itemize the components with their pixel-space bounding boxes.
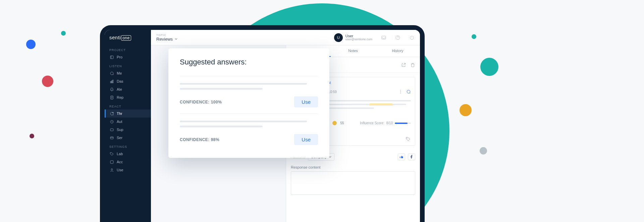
comment-icon[interactable] [406, 89, 411, 94]
help-icon[interactable] [395, 35, 400, 40]
answer-text-placeholder [180, 126, 263, 127]
facebook-action-button[interactable] [408, 153, 415, 160]
nav-section-label: PROJECT [105, 45, 151, 53]
user-icon [109, 168, 114, 172]
nav-item-alert[interactable]: Ale [105, 85, 151, 93]
nav-item-label: Pro [117, 55, 122, 59]
reaction-laugh-icon [332, 121, 337, 125]
tag-icon[interactable] [406, 136, 411, 142]
project-icon [109, 55, 114, 59]
svg-point-10 [111, 169, 112, 170]
nav-item-label[interactable]: Lab [105, 150, 151, 158]
confidence-label: CONFIDENCE: 100% [180, 100, 222, 104]
nav-item-threads[interactable]: Thr [105, 109, 151, 118]
text-placeholder-line [319, 104, 406, 105]
highlight-segment [369, 103, 393, 105]
account-icon [109, 160, 114, 164]
nav-item-account[interactable]: Acc [105, 158, 151, 166]
auto-icon [109, 119, 114, 124]
report-icon [109, 95, 114, 100]
brand-logo: sentione [105, 35, 151, 45]
nav-item-label: Me [117, 71, 122, 75]
chevron-down-icon [175, 38, 177, 40]
use-answer-button[interactable]: Use [294, 96, 318, 107]
user-avatar: U [334, 33, 343, 42]
bg-dot-yellow [460, 104, 472, 116]
svg-rect-7 [110, 129, 113, 131]
answer-text-placeholder [180, 83, 307, 85]
nav-item-user[interactable]: Use [105, 166, 151, 174]
alert-icon [109, 87, 114, 92]
influence-bar [395, 123, 411, 124]
nav-item-ser[interactable]: Ser [105, 134, 151, 142]
nav-item-label: Das [117, 79, 123, 83]
nav-item-label: Lab [117, 152, 123, 156]
topic-label: TOPIC [156, 34, 177, 37]
use-answer-button[interactable]: Use [294, 134, 318, 145]
brand-part1: senti [109, 35, 121, 40]
svg-rect-0 [110, 56, 113, 59]
suggested-answer-item: CONFIDENCE: 98%Use [180, 114, 318, 151]
bg-dot-teal-l [480, 58, 498, 76]
text-placeholder-line [319, 100, 411, 101]
svg-point-12 [400, 90, 400, 90]
main-area: TOPIC Reviews U User user@sentione.com [151, 30, 420, 222]
nav-section-label: SETTINGS [105, 142, 151, 150]
trash-icon[interactable] [410, 62, 415, 68]
mentions-icon [109, 71, 114, 76]
influence-score: Influence Score: 8/10 [360, 121, 411, 125]
svg-rect-9 [110, 161, 113, 164]
nav-item-sup[interactable]: Sup [105, 126, 151, 134]
tab-notes[interactable]: Notes [331, 45, 375, 57]
nav-item-label: Sup [117, 128, 123, 132]
bg-dot-teal-s [61, 31, 66, 36]
inbox-icon[interactable] [381, 35, 386, 40]
answer-text-placeholder [180, 121, 307, 122]
user-block[interactable]: U User user@sentione.com [334, 33, 372, 42]
svg-point-5 [112, 112, 113, 113]
bg-dot-red [42, 76, 53, 87]
suggested-answer-item: CONFIDENCE: 100%Use [180, 76, 318, 114]
svg-rect-1 [110, 81, 111, 83]
bg-dot-blue [26, 40, 36, 49]
nav-item-project[interactable]: Pro [105, 53, 151, 61]
tab-history[interactable]: History [375, 45, 420, 57]
device-frame: sentione PROJECTProLISTENMeDasAleRepREAC… [100, 25, 425, 222]
svg-rect-3 [112, 80, 113, 83]
nav-item-label: Aut [117, 120, 122, 124]
response-textarea[interactable] [291, 171, 415, 195]
external-link-icon[interactable] [401, 62, 406, 68]
dashboard-icon [109, 79, 114, 84]
power-icon[interactable] [409, 35, 415, 40]
bg-dot-grey [480, 147, 487, 154]
reaction-laugh-count: 55 [340, 121, 344, 125]
nav-item-label: Ale [117, 87, 122, 91]
sup-icon [109, 127, 114, 132]
topic-selector[interactable]: TOPIC Reviews [156, 34, 177, 42]
brand-part2: one [121, 35, 131, 41]
svg-point-14 [400, 93, 400, 93]
nav-section-label: LISTEN [105, 61, 151, 69]
nav-item-label: Rep [117, 95, 123, 99]
nav-item-label: Ser [117, 136, 122, 140]
more-vertical-icon[interactable] [398, 89, 403, 94]
topic-value: Reviews [156, 37, 177, 42]
svg-point-16 [407, 138, 407, 138]
bg-dot-purple [30, 134, 34, 138]
response-label: Response content [291, 165, 415, 169]
label-icon [109, 151, 114, 156]
nav-item-dashboard[interactable]: Das [105, 77, 151, 85]
confidence-label: CONFIDENCE: 98% [180, 137, 219, 142]
nav-item-auto[interactable]: Aut [105, 118, 151, 126]
nav-section-label: REACT [105, 101, 151, 109]
answer-text-placeholder [180, 88, 263, 90]
svg-point-13 [400, 91, 400, 92]
post-time: 10:59 [328, 90, 337, 94]
nav-item-label: Thr [117, 112, 122, 116]
like-action-button[interactable] [398, 153, 405, 160]
sidebar: sentione PROJECTProLISTENMeDasAleRepREAC… [105, 30, 151, 222]
nav-item-report[interactable]: Rep [105, 93, 151, 101]
bg-dot-teal-m [472, 34, 476, 39]
modal-title: Suggested answers: [180, 58, 318, 66]
nav-item-mentions[interactable]: Me [105, 69, 151, 77]
